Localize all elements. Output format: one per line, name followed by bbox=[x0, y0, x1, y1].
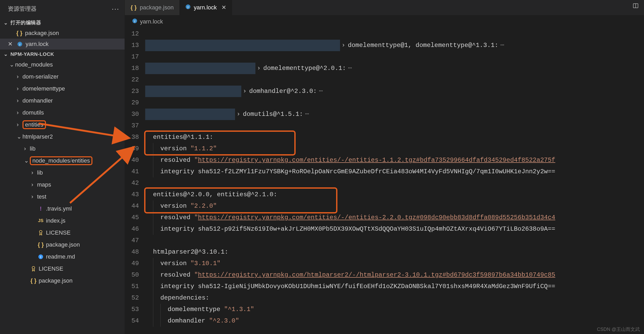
code-line[interactable]: ›domhandler@^2.3.0:⋯ bbox=[145, 86, 644, 97]
line-number: 52 bbox=[125, 292, 139, 304]
file-item[interactable]: ireadme.md bbox=[0, 251, 125, 263]
open-editor-label: yarn.lock bbox=[26, 41, 49, 47]
code-line[interactable] bbox=[145, 28, 644, 40]
code-line[interactable] bbox=[145, 120, 644, 132]
code-line[interactable]: ›domutils@^1.5.1:⋯ bbox=[145, 109, 644, 120]
breadcrumb[interactable]: y yarn.lock bbox=[125, 15, 644, 28]
open-editors-section[interactable]: ⌄ 打开的编辑器 bbox=[0, 18, 125, 28]
code-content[interactable]: ›domelementtype@1, domelementtype@^1.3.1… bbox=[145, 28, 644, 334]
code-line[interactable]: resolved "https://registry.yarnpkg.com/h… bbox=[145, 269, 644, 281]
watermark: CSDN @王山而文武 bbox=[597, 326, 640, 332]
code-line[interactable]: domelementtype "^1.3.1" bbox=[145, 304, 644, 315]
code-line[interactable]: ›domelementtype@^2.0.1:⋯ bbox=[145, 63, 644, 74]
chevron-right-icon[interactable]: › bbox=[340, 40, 347, 51]
code-line[interactable]: ›domelementtype@1, domelementtype@^1.3.1… bbox=[145, 40, 644, 51]
explorer-sidebar: 资源管理器 ··· ⌄ 打开的编辑器 { } package.json ✕ y … bbox=[0, 0, 125, 334]
code-line[interactable]: version "1.1.2" bbox=[145, 143, 644, 154]
file-item[interactable]: JSindex.js bbox=[0, 215, 125, 227]
code-line[interactable] bbox=[145, 97, 644, 109]
folded-indicator[interactable]: ⋯ bbox=[498, 40, 504, 51]
more-icon[interactable]: ··· bbox=[112, 5, 119, 13]
tree-item-label: dom-serializer bbox=[22, 73, 58, 80]
line-number: 46 bbox=[125, 223, 139, 235]
chevron-down-icon: ⌄ bbox=[4, 20, 8, 26]
tree-item-label: domutils bbox=[22, 109, 44, 116]
chevron-right-icon: › bbox=[31, 169, 37, 176]
chevron-right-icon[interactable]: › bbox=[255, 63, 262, 74]
code-line[interactable]: integrity sha512-IgieNijUMbkDovyoKObU1DU… bbox=[145, 281, 644, 292]
code-line[interactable]: integrity sha512-p92if5Nz619I0w+akJrLZH0… bbox=[145, 223, 644, 235]
folder-item[interactable]: ⌄node_modules bbox=[0, 59, 125, 71]
code-line[interactable] bbox=[145, 51, 644, 63]
code-line[interactable]: entities@^1.1.1: bbox=[145, 132, 644, 143]
code-area[interactable]: 1213171822232930373839404142434445464748… bbox=[125, 28, 644, 334]
code-line[interactable]: dependencies: bbox=[145, 292, 644, 304]
open-editor-item[interactable]: ✕ y yarn.lock bbox=[0, 39, 125, 50]
line-number: 37 bbox=[125, 120, 139, 132]
yarn-icon: y bbox=[16, 41, 24, 47]
file-item[interactable]: LICENSE bbox=[0, 263, 125, 275]
editor: { } package.json y yarn.lock ✕ y yarn.lo… bbox=[125, 0, 644, 334]
json-icon: { } bbox=[15, 30, 24, 37]
info-icon: i bbox=[37, 254, 44, 259]
folded-indicator[interactable]: ⋯ bbox=[303, 109, 309, 120]
folder-item[interactable]: ›domutils bbox=[0, 107, 125, 119]
folder-item[interactable]: ›domhandler bbox=[0, 95, 125, 107]
tree-item-label: lib bbox=[30, 145, 36, 152]
folder-item[interactable]: ›lib bbox=[0, 143, 125, 155]
tree-item-label: LICENSE bbox=[46, 229, 71, 236]
line-number: 38 bbox=[125, 132, 139, 143]
code-line[interactable] bbox=[145, 235, 644, 246]
close-icon[interactable]: ✕ bbox=[221, 4, 226, 11]
folded-indicator[interactable]: ⋯ bbox=[317, 86, 323, 97]
file-item[interactable]: { }package.json bbox=[0, 275, 125, 287]
folder-item[interactable]: ›entities bbox=[0, 119, 125, 131]
tree-item-label: index.js bbox=[46, 217, 66, 224]
folder-item[interactable]: ›test bbox=[0, 191, 125, 203]
svg-text:y: y bbox=[134, 19, 136, 22]
line-number: 50 bbox=[125, 269, 139, 281]
open-editor-item[interactable]: { } package.json bbox=[0, 28, 125, 39]
chevron-right-icon[interactable]: › bbox=[235, 109, 242, 120]
folder-item[interactable]: ›dom-serializer bbox=[0, 71, 125, 83]
folded-indicator[interactable]: ⋯ bbox=[346, 63, 352, 74]
folder-item[interactable]: ›domelementtype bbox=[0, 83, 125, 95]
folder-item[interactable]: ⌄node_modules / entities bbox=[0, 155, 125, 167]
code-line[interactable]: integrity sha512-f2LZMYl1Fzu7YSBKg+RoROe… bbox=[145, 166, 644, 177]
project-section[interactable]: ⌄ NPM-YARN-LOCK bbox=[0, 50, 125, 59]
code-line[interactable]: version "2.2.0" bbox=[145, 200, 644, 212]
tab-package-json[interactable]: { } package.json bbox=[125, 0, 180, 15]
code-line[interactable]: htmlparser2@^3.10.1: bbox=[145, 246, 644, 258]
explorer-header: 资源管理器 ··· bbox=[0, 0, 125, 18]
json-icon: { } bbox=[37, 241, 44, 248]
folder-item[interactable]: ›maps bbox=[0, 179, 125, 191]
svg-text:y: y bbox=[19, 43, 21, 46]
yarn-icon: y bbox=[185, 4, 191, 11]
tree-item-label: domelementtype bbox=[22, 85, 65, 92]
project-label: NPM-YARN-LOCK bbox=[10, 51, 54, 57]
file-item[interactable]: LICENSE bbox=[0, 227, 125, 239]
chevron-right-icon: › bbox=[17, 97, 22, 104]
code-line[interactable] bbox=[145, 177, 644, 189]
code-line[interactable]: version "3.10.1" bbox=[145, 258, 644, 269]
tab-yarn-lock[interactable]: y yarn.lock ✕ bbox=[180, 0, 232, 15]
annotation-box: node_modules / entities bbox=[30, 156, 92, 165]
code-line[interactable]: resolved "https://registry.yarnpkg.com/e… bbox=[145, 212, 644, 223]
folder-item[interactable]: ›lib bbox=[0, 167, 125, 179]
code-line[interactable]: domhandler "^2.3.0" bbox=[145, 315, 644, 327]
code-line[interactable]: resolved "https://registry.yarnpkg.com/e… bbox=[145, 154, 644, 166]
code-line[interactable] bbox=[145, 74, 644, 86]
split-editor-icon[interactable] bbox=[633, 3, 639, 10]
breadcrumb-label: yarn.lock bbox=[140, 18, 163, 25]
code-line[interactable]: entities@^2.0.0, entities@^2.1.0: bbox=[145, 189, 644, 200]
chevron-down-icon: ⌄ bbox=[24, 157, 30, 164]
file-item[interactable]: !.travis.yml bbox=[0, 203, 125, 215]
close-icon[interactable]: ✕ bbox=[8, 41, 13, 47]
json-icon: { } bbox=[30, 277, 37, 284]
tab-label: yarn.lock bbox=[194, 4, 217, 11]
chevron-right-icon[interactable]: › bbox=[241, 86, 248, 97]
tree-item-label: readme.md bbox=[46, 253, 75, 260]
file-item[interactable]: { }package.json bbox=[0, 239, 125, 251]
line-number: 23 bbox=[125, 86, 139, 97]
folder-item[interactable]: ⌄htmlparser2 bbox=[0, 131, 125, 143]
